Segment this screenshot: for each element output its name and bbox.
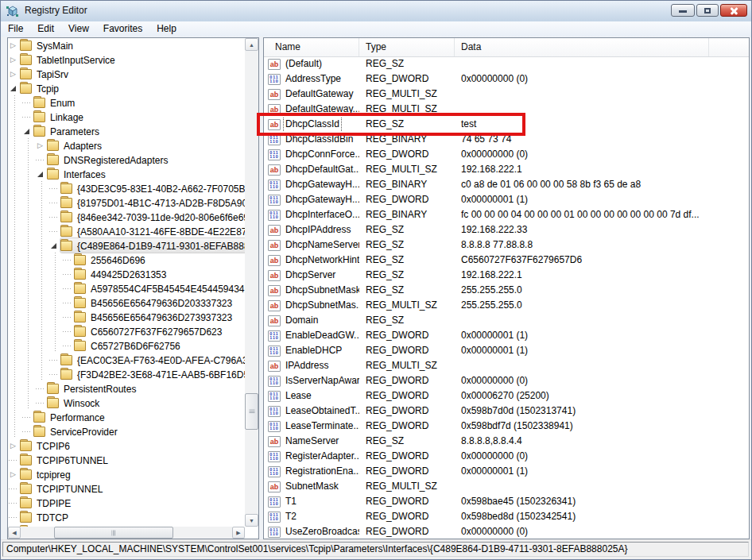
tree-node[interactable]: C6560727F637F6279657D623 xyxy=(74,324,224,338)
registry-value-row[interactable]: 011110EnableDHCPREG_DWORD0x00000001 (1) xyxy=(264,343,749,358)
registry-value-row[interactable]: abSubnetMaskREG_MULTI_SZ xyxy=(264,479,749,494)
registry-value-row[interactable]: 011110DhcpClassIdBinREG_BINARY74 65 73 7… xyxy=(264,132,749,147)
tree-node[interactable]: B45656E656479636D203337323 xyxy=(74,295,235,310)
registry-value-row[interactable]: abDhcpIPAddressREG_SZ192.168.222.33 xyxy=(264,222,749,238)
expander-collapsed-icon[interactable]: ▷ xyxy=(10,38,16,52)
maximize-button[interactable] xyxy=(696,4,719,17)
scroll-up-arrow-icon[interactable]: ▲ xyxy=(245,38,258,51)
minimize-button[interactable] xyxy=(671,4,695,17)
tree-node[interactable]: SysMain xyxy=(20,38,76,52)
tree-node[interactable]: Interfaces xyxy=(47,167,108,181)
expander-collapsed-icon[interactable]: ▷ xyxy=(10,67,16,81)
registry-value-row[interactable]: 011110EnableDeadGW...REG_DWORD0x00000001… xyxy=(264,328,749,343)
expander-collapsed-icon[interactable]: ▷ xyxy=(10,52,16,67)
tree-node[interactable]: {A580AA10-3121-46FE-8BDE-4E22E875 xyxy=(60,224,245,238)
expander-expanded-icon[interactable] xyxy=(10,86,16,91)
vertical-scroll-thumb[interactable] xyxy=(245,393,258,430)
tree-node[interactable]: {846ee342-7039-11de-9d20-806e6f6e69 xyxy=(60,210,245,224)
tree-node[interactable]: TCPIP6TUNNEL xyxy=(20,453,110,467)
expander-expanded-icon[interactable] xyxy=(37,172,43,177)
tree-node[interactable]: 449425D2631353 xyxy=(74,267,169,281)
registry-value-row[interactable]: abDhcpDefaultGat...REG_MULTI_SZ192.168.2… xyxy=(264,162,749,177)
value-name-cell: 011110T1 xyxy=(264,494,359,509)
tree-node[interactable]: Linkage xyxy=(33,110,86,124)
registry-value-row[interactable]: 011110LeaseREG_DWORD0x00006270 (25200) xyxy=(264,388,749,404)
tree-node[interactable]: TCPIPTUNNEL xyxy=(20,481,105,496)
registry-value-row[interactable]: 011110RegistrationEna...REG_DWORD0x00000… xyxy=(264,464,749,479)
tree-node[interactable]: TDTCP xyxy=(20,510,71,524)
registry-value-row[interactable]: abDhcpNameServerREG_SZ8.8.8.8 77.88.8.8 xyxy=(264,238,749,253)
registry-value-row[interactable]: abDhcpClassIdREG_SZtest xyxy=(264,117,749,132)
expander-expanded-icon[interactable] xyxy=(51,243,56,249)
menu-item-favorites[interactable]: Favorites xyxy=(96,21,149,37)
registry-value-row[interactable]: 011110UseZeroBroadcastREG_DWORD0x0000000… xyxy=(264,524,749,539)
tree-node[interactable]: Tcpip xyxy=(20,81,61,95)
tree-node[interactable]: TDPIPE xyxy=(20,496,73,510)
registry-value-row[interactable]: 011110T2REG_DWORD0x598bed8d (1502342541) xyxy=(264,509,749,524)
registry-value-row[interactable]: 011110AddressTypeREG_DWORD0x00000000 (0) xyxy=(264,71,749,87)
tree-node[interactable]: PersistentRoutes xyxy=(47,381,138,396)
registry-value-row[interactable]: abIPAddressREG_MULTI_SZ xyxy=(264,358,749,373)
tree-node[interactable]: {81975D01-4B1C-4713-AD2B-F8D5A90 xyxy=(60,195,245,210)
registry-value-row[interactable]: abDhcpServerREG_SZ192.168.222.1 xyxy=(264,268,749,283)
tree-node[interactable]: C65727B6D6F62756 xyxy=(74,338,183,353)
registry-value-row[interactable]: abDefaultGatewayREG_MULTI_SZ xyxy=(264,87,749,102)
tree-node[interactable]: {43DE3C95-83E1-40B2-A662-7F0705B8 xyxy=(60,181,245,195)
tree-vertical-scrollbar[interactable]: ▲ ▼ xyxy=(245,38,258,527)
binary-digits: 110 xyxy=(269,215,280,219)
value-type-cell: REG_DWORD xyxy=(359,464,455,479)
registry-value-row[interactable]: 011110DhcpConnForce...REG_DWORD0x0000000… xyxy=(264,147,749,162)
title-bar[interactable]: Registry Editor xyxy=(1,1,751,22)
menu-item-file[interactable]: File xyxy=(1,21,30,37)
menu-item-help[interactable]: Help xyxy=(149,21,184,37)
tree-node[interactable]: tcpipreg xyxy=(20,467,73,481)
registry-value-row[interactable]: abDefaultGateway...REG_MULTI_SZ xyxy=(264,102,749,117)
registry-value-row[interactable]: ab(Default)REG_SZ xyxy=(264,56,749,71)
tree-node[interactable]: B45656E656479636D273937323 xyxy=(74,310,235,324)
menu-item-edit[interactable]: Edit xyxy=(30,21,61,37)
tree-node[interactable]: TapiSrv xyxy=(20,67,71,81)
registry-value-row[interactable]: abDhcpNetworkHintREG_SZC6560727F637F6279… xyxy=(264,253,749,268)
registry-value-row[interactable]: 011110DhcpGatewayH...REG_DWORD0x00000001… xyxy=(264,192,749,207)
tree-node[interactable]: TCPIP6 xyxy=(20,438,72,453)
tree-node[interactable]: {C489E864-D1B9-4711-9301-8EFAB888 xyxy=(60,238,245,253)
tree-node[interactable]: {F3D42BE2-3E68-471E-AAB5-6BF16D5E xyxy=(60,367,245,381)
registry-value-row[interactable]: abDhcpSubnetMaskREG_SZ255.255.255.0 xyxy=(264,283,749,298)
column-header-data[interactable]: Data xyxy=(455,38,709,56)
registry-value-row[interactable]: abDhcpSubnetMas...REG_MULTI_SZ255.255.25… xyxy=(264,298,749,313)
close-button[interactable] xyxy=(720,4,747,17)
tree-node[interactable]: A5978554C4F5B45454E454459434F5 xyxy=(74,281,245,295)
scroll-left-arrow-icon[interactable]: ◀ xyxy=(8,527,21,539)
registry-value-row[interactable]: 011110T1REG_DWORD0x598bae45 (1502326341) xyxy=(264,494,749,509)
expander-collapsed-icon[interactable]: ▷ xyxy=(10,467,16,481)
tree-node[interactable]: Parameters xyxy=(33,124,102,138)
tree-node[interactable]: DNSRegisteredAdapters xyxy=(47,153,170,167)
column-header-name[interactable]: Name xyxy=(264,38,359,56)
registry-value-row[interactable]: 011110RegisterAdapter...REG_DWORD0x00000… xyxy=(264,449,749,464)
horizontal-scroll-thumb[interactable] xyxy=(54,527,173,539)
menu-item-view[interactable]: View xyxy=(61,21,96,37)
tree-horizontal-scrollbar[interactable]: ◀ ▶ xyxy=(8,527,245,539)
tree-node[interactable]: ServiceProvider xyxy=(33,424,120,438)
column-header-type[interactable]: Type xyxy=(359,38,455,56)
tree-node[interactable]: Enum xyxy=(33,95,77,110)
tree-node[interactable]: {EAC0C3EA-F763-4E0D-AFEA-C796A3A xyxy=(60,353,245,367)
tree-node[interactable]: TabletInputService xyxy=(20,52,118,67)
scroll-right-arrow-icon[interactable]: ▶ xyxy=(232,527,245,539)
tree-node[interactable]: Adapters xyxy=(47,138,104,153)
registry-value-row[interactable]: abDomainREG_SZ xyxy=(264,313,749,328)
scroll-down-arrow-icon[interactable]: ▼ xyxy=(245,514,258,527)
registry-value-row[interactable]: 011110LeaseObtainedT...REG_DWORD0x598b7d… xyxy=(264,404,749,419)
expander-expanded-icon[interactable] xyxy=(24,129,29,134)
expander-collapsed-icon[interactable]: ▷ xyxy=(10,438,16,453)
registry-value-row[interactable]: 011110IsServerNapAwareREG_DWORD0x0000000… xyxy=(264,373,749,388)
registry-value-row[interactable]: 011110LeaseTerminate...REG_DWORD0x598bdf… xyxy=(264,419,749,434)
registry-value-row[interactable]: 011110DhcpInterfaceO...REG_BINARYfc 00 0… xyxy=(264,207,749,222)
tree-node[interactable]: Performance xyxy=(33,410,107,424)
registry-value-row[interactable]: abNameServerREG_SZ8.8.8.8,8.8.4.4 xyxy=(264,434,749,449)
expander-collapsed-icon[interactable]: ▷ xyxy=(37,138,43,153)
tree-node[interactable]: Winsock xyxy=(47,396,102,410)
tree-node[interactable]: 255646D696 xyxy=(74,253,148,267)
tree-indent-guide xyxy=(35,310,48,324)
registry-value-row[interactable]: 011110DhcpGatewayH...REG_BINARYc0 a8 de … xyxy=(264,177,749,192)
